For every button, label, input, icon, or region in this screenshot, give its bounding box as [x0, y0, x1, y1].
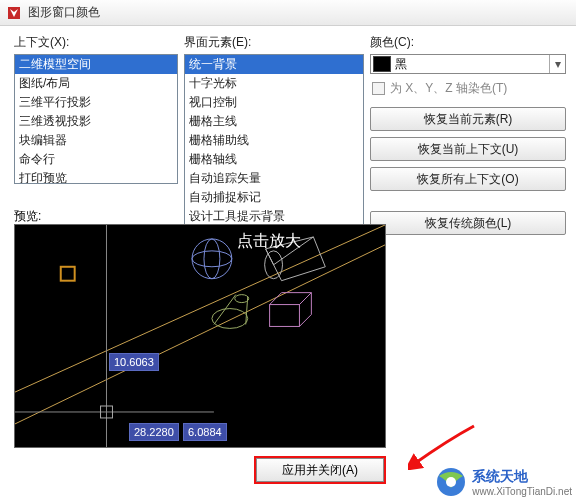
list-item[interactable]: 打印预览: [15, 169, 177, 184]
svg-point-13: [235, 295, 249, 303]
watermark: 系统天地 www.XiTongTianDi.net: [435, 466, 572, 498]
list-item[interactable]: 栅格辅助线: [185, 131, 363, 150]
apply-close-button[interactable]: 应用并关闭(A): [256, 458, 384, 482]
restore-element-button[interactable]: 恢复当前元素(R): [370, 107, 566, 131]
window-title: 图形窗口颜色: [28, 4, 100, 21]
dim-a: 10.6063: [109, 353, 159, 371]
svg-point-7: [204, 239, 220, 279]
element-listbox[interactable]: 统一背景十字光标视口控制栅格主线栅格辅助线栅格轴线自动追踪矢量自动捕捉标记设计工…: [184, 54, 364, 228]
list-item[interactable]: 命令行: [15, 150, 177, 169]
dim-b: 28.2280: [129, 423, 179, 441]
svg-line-0: [15, 225, 385, 392]
list-item[interactable]: 自动追踪矢量: [185, 169, 363, 188]
watermark-line1: 系统天地: [472, 468, 572, 486]
restore-legacy-button[interactable]: 恢复传统颜色(L): [370, 211, 566, 235]
callout-arrow: [408, 420, 478, 470]
color-label: 颜色(C):: [370, 34, 566, 51]
preview-label: 预览:: [14, 208, 41, 225]
watermark-icon: [435, 466, 467, 498]
svg-rect-5: [61, 267, 75, 281]
svg-point-6: [192, 239, 232, 279]
list-item[interactable]: 视口控制: [185, 93, 363, 112]
color-name: 黑: [395, 56, 549, 73]
restore-all-contexts-button[interactable]: 恢复所有上下文(O): [370, 167, 566, 191]
app-icon: [6, 5, 22, 21]
svg-rect-16: [270, 305, 300, 327]
list-item[interactable]: 十字光标: [185, 74, 363, 93]
preview-annotation: 点击放大: [237, 231, 301, 252]
svg-line-14: [214, 295, 236, 325]
element-label: 界面元素(E):: [184, 34, 364, 51]
list-item[interactable]: 栅格主线: [185, 112, 363, 131]
list-item[interactable]: 三维透视投影: [15, 112, 177, 131]
list-item[interactable]: 二维模型空间: [15, 55, 177, 74]
restore-context-button[interactable]: 恢复当前上下文(U): [370, 137, 566, 161]
list-item[interactable]: 自动捕捉标记: [185, 188, 363, 207]
tint-checkbox-row[interactable]: 为 X、Y、Z 轴染色(T): [372, 80, 566, 97]
color-swatch: [373, 56, 391, 72]
preview-svg: [15, 225, 385, 448]
apply-close-highlight: 应用并关闭(A): [254, 456, 386, 484]
tint-label: 为 X、Y、Z 轴染色(T): [390, 80, 507, 97]
titlebar: 图形窗口颜色: [0, 0, 576, 26]
list-item[interactable]: 三维平行投影: [15, 93, 177, 112]
preview-pane[interactable]: 点击放大 10.6063 28.2280 6.0884: [14, 224, 386, 448]
svg-point-18: [446, 477, 456, 487]
tint-checkbox[interactable]: [372, 82, 385, 95]
list-item[interactable]: 块编辑器: [15, 131, 177, 150]
context-listbox[interactable]: 二维模型空间图纸/布局三维平行投影三维透视投影块编辑器命令行打印预览: [14, 54, 178, 184]
color-dropdown[interactable]: 黑 ▾: [370, 54, 566, 74]
dim-c: 6.0884: [183, 423, 227, 441]
chevron-down-icon[interactable]: ▾: [549, 55, 565, 73]
svg-point-8: [192, 251, 232, 267]
svg-point-12: [212, 309, 248, 329]
context-label: 上下文(X):: [14, 34, 178, 51]
list-item[interactable]: 统一背景: [185, 55, 363, 74]
list-item[interactable]: 栅格轴线: [185, 150, 363, 169]
list-item[interactable]: 图纸/布局: [15, 74, 177, 93]
svg-line-1: [15, 245, 385, 424]
watermark-line2: www.XiTongTianDi.net: [472, 486, 572, 497]
